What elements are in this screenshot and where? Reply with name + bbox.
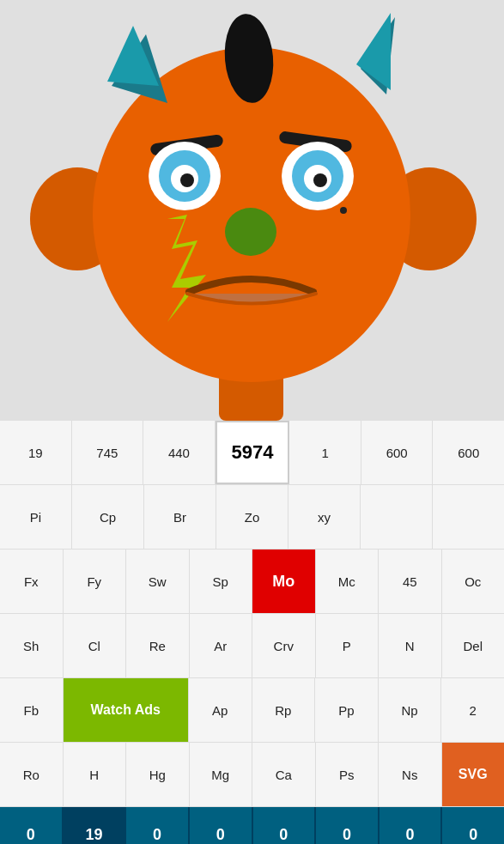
- cell-sh[interactable]: Sh: [0, 614, 64, 677]
- cell-p[interactable]: P: [316, 614, 380, 677]
- character-svg: [0, 0, 504, 421]
- cell-ns[interactable]: Ns: [379, 743, 442, 806]
- cell-pi[interactable]: Pi: [0, 485, 72, 549]
- cell-ap[interactable]: Ap: [189, 678, 252, 742]
- bottom-scores-row: 0 19 0 0 0 0 0 0: [0, 807, 504, 844]
- grid-row-3: Fx Fy Sw Sp Mo Mc 45 Oc: [0, 550, 504, 614]
- svg-point-21: [340, 207, 347, 214]
- cell-empty-1: [361, 485, 433, 549]
- cell-745[interactable]: 745: [72, 421, 144, 484]
- cell-sp[interactable]: Sp: [190, 550, 253, 613]
- cell-mg[interactable]: Mg: [190, 743, 253, 806]
- svg-point-17: [180, 173, 194, 187]
- cell-svg[interactable]: SVG: [442, 743, 505, 806]
- cell-cl[interactable]: Cl: [64, 614, 127, 677]
- cell-600b[interactable]: 600: [433, 421, 504, 484]
- cell-n[interactable]: N: [379, 614, 442, 677]
- cell-re[interactable]: Re: [126, 614, 190, 677]
- svg-point-20: [225, 208, 276, 256]
- cell-crv[interactable]: Crv: [252, 614, 316, 677]
- cell-fx[interactable]: Fx: [0, 550, 64, 613]
- grid-row-1: 19 745 440 5974 1 600 600: [0, 421, 504, 485]
- cell-ro[interactable]: Ro: [0, 743, 64, 806]
- grid-row-6: Ro H Hg Mg Ca Ps Ns SVG: [0, 743, 504, 807]
- cell-mc[interactable]: Mc: [316, 550, 380, 613]
- cell-hg[interactable]: Hg: [126, 743, 190, 806]
- grid-row-5: Fb Watch Ads Ap Rp Pp Np 2: [0, 678, 504, 743]
- grid-row-4: Sh Cl Re Ar Crv P N Del: [0, 614, 504, 678]
- cell-mo[interactable]: Mo: [252, 550, 316, 613]
- cell-1[interactable]: 1: [289, 421, 361, 484]
- score-0d: 0: [253, 807, 317, 844]
- score-0c: 0: [190, 807, 253, 844]
- character-area: [0, 0, 504, 421]
- cell-fy[interactable]: Fy: [64, 550, 127, 613]
- cell-sw[interactable]: Sw: [126, 550, 190, 613]
- cell-xy[interactable]: xy: [288, 485, 361, 549]
- cell-45[interactable]: 45: [379, 550, 442, 613]
- score-0g: 0: [442, 807, 504, 844]
- score-0e: 0: [316, 807, 380, 844]
- score-0a: 0: [0, 807, 64, 844]
- cell-np[interactable]: Np: [379, 678, 442, 742]
- score-0f: 0: [380, 807, 443, 844]
- cell-rp[interactable]: Rp: [252, 678, 316, 742]
- score-19: 19: [64, 807, 127, 844]
- cell-del[interactable]: Del: [442, 614, 505, 677]
- cell-600a[interactable]: 600: [361, 421, 434, 484]
- watch-ads-button[interactable]: Watch Ads: [64, 678, 189, 742]
- svg-point-19: [313, 173, 327, 187]
- cell-zo[interactable]: Zo: [216, 485, 288, 549]
- cell-440[interactable]: 440: [143, 421, 216, 484]
- cell-ar[interactable]: Ar: [190, 614, 253, 677]
- cell-score: 5974: [216, 421, 290, 484]
- cell-ps[interactable]: Ps: [316, 743, 380, 806]
- cell-oc[interactable]: Oc: [442, 550, 505, 613]
- grid-row-2: Pi Cp Br Zo xy: [0, 485, 504, 550]
- cell-2[interactable]: 2: [441, 678, 504, 742]
- cell-ca[interactable]: Ca: [252, 743, 316, 806]
- cell-fb[interactable]: Fb: [0, 678, 64, 742]
- cell-pp[interactable]: Pp: [315, 678, 379, 742]
- grid-area: 19 745 440 5974 1 600 600 Pi Cp Br Zo xy…: [0, 421, 504, 844]
- cell-h[interactable]: H: [64, 743, 127, 806]
- cell-19[interactable]: 19: [0, 421, 72, 484]
- score-0b: 0: [126, 807, 190, 844]
- cell-empty-2: [433, 485, 504, 549]
- cell-cp[interactable]: Cp: [72, 485, 144, 549]
- cell-br[interactable]: Br: [144, 485, 216, 549]
